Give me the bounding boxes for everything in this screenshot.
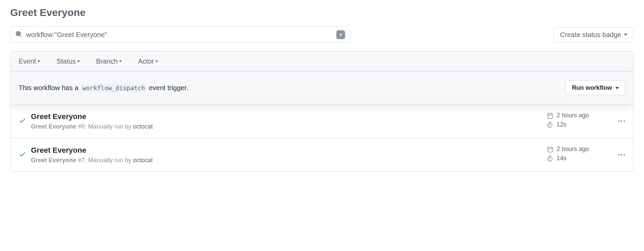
status-icon-col: [19, 150, 31, 159]
calendar-icon: [547, 113, 553, 119]
run-duration: 14s: [547, 155, 608, 162]
caret-down-icon: [77, 61, 80, 62]
run-menu-button[interactable]: [608, 117, 625, 125]
run-meta: 2 hours ago 14s: [547, 146, 608, 164]
stopwatch-icon: [547, 155, 553, 162]
run-trigger-text: : Manually run by: [85, 123, 133, 130]
run-trigger-text: : Manually run by: [85, 157, 133, 164]
run-subtitle: Greet Everyone #7: Manually run by octoc…: [31, 157, 547, 164]
create-status-badge-button[interactable]: Create status badge: [554, 27, 634, 43]
stopwatch-icon: [547, 122, 553, 128]
dispatch-prefix: This workflow has a: [19, 84, 80, 91]
filter-branch-label: Branch: [96, 57, 118, 65]
run-number: #8: [78, 123, 85, 130]
page-title: Greet Everyone: [10, 7, 634, 18]
run-workflow-label: Run workflow: [572, 84, 612, 91]
duration-text: 14s: [557, 155, 566, 162]
status-icon-col: [19, 117, 31, 126]
clear-search-button[interactable]: [336, 30, 345, 39]
run-row[interactable]: Greet Everyone Greet Everyone #8: Manual…: [11, 104, 633, 138]
run-actor[interactable]: octocat: [133, 123, 153, 130]
run-title[interactable]: Greet Everyone: [31, 112, 547, 121]
run-number: #7: [78, 157, 85, 164]
filter-actor-label: Actor: [138, 57, 154, 65]
create-status-badge-label: Create status badge: [560, 31, 621, 39]
run-main: Greet Everyone Greet Everyone #8: Manual…: [31, 112, 547, 130]
filter-event[interactable]: Event: [19, 57, 40, 65]
header-row: Create status badge: [10, 27, 634, 43]
run-workflow-name: Greet Everyone: [31, 123, 76, 130]
dispatch-code: workflow_dispatch: [80, 84, 147, 92]
run-subtitle: Greet Everyone #8: Manually run by octoc…: [31, 123, 547, 130]
run-actor[interactable]: octocat: [133, 157, 153, 164]
caret-down-icon: [119, 61, 122, 62]
check-icon: [19, 117, 26, 124]
time-ago-text: 2 hours ago: [557, 112, 589, 119]
search-input[interactable]: [26, 31, 336, 39]
run-row[interactable]: Greet Everyone Greet Everyone #7: Manual…: [11, 138, 633, 171]
filter-bar: Event Status Branch Actor: [11, 51, 633, 72]
filter-status-label: Status: [56, 57, 76, 65]
caret-down-icon: [155, 61, 158, 62]
run-title[interactable]: Greet Everyone: [31, 146, 547, 155]
run-menu-button[interactable]: [608, 151, 625, 159]
dispatch-text: This workflow has a workflow_dispatch ev…: [19, 84, 188, 92]
dispatch-suffix: event trigger.: [147, 84, 188, 91]
filter-status[interactable]: Status: [56, 57, 80, 65]
runs-list: Event Status Branch Actor This workflow …: [10, 51, 634, 172]
run-main: Greet Everyone Greet Everyone #7: Manual…: [31, 146, 547, 164]
run-duration: 12s: [547, 121, 608, 128]
run-time-ago: 2 hours ago: [547, 146, 608, 153]
caret-down-icon: [615, 87, 619, 89]
run-time-ago: 2 hours ago: [547, 112, 608, 119]
close-icon: [338, 32, 343, 37]
caret-down-icon: [37, 61, 40, 62]
duration-text: 12s: [557, 121, 566, 128]
filter-event-label: Event: [19, 57, 36, 65]
check-icon: [19, 150, 26, 158]
run-meta: 2 hours ago 12s: [547, 112, 608, 130]
run-workflow-name: Greet Everyone: [31, 157, 76, 164]
filter-branch[interactable]: Branch: [96, 57, 122, 65]
caret-down-icon: [624, 34, 627, 36]
time-ago-text: 2 hours ago: [557, 146, 589, 153]
workflow-dispatch-bar: This workflow has a workflow_dispatch ev…: [11, 72, 633, 104]
search-box[interactable]: [10, 27, 350, 43]
calendar-icon: [547, 146, 553, 152]
filter-actor[interactable]: Actor: [138, 57, 158, 65]
kebab-icon: [617, 151, 625, 159]
kebab-icon: [617, 117, 625, 125]
search-icon: [15, 31, 22, 39]
run-workflow-button[interactable]: Run workflow: [565, 81, 625, 95]
